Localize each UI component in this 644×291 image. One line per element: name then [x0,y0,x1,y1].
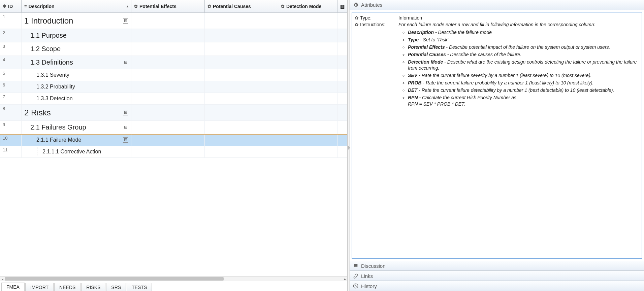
cell-eff[interactable] [131,93,205,104]
collapse-button[interactable]: ⊟ [123,60,128,65]
table-row[interactable]: 102.1.1 Failure Mode⊟ [0,134,347,146]
instruction-item: Potential Causes - Describe the causes o… [408,51,639,58]
scroll-thumb[interactable] [5,277,224,281]
collapse-button[interactable]: ⊟ [123,137,128,143]
cell-det[interactable] [278,29,338,42]
row-id: 5 [0,69,22,81]
row-description-cell[interactable]: 1.3.3 Detection [22,93,131,104]
cell-det[interactable] [278,121,338,134]
row-description-cell[interactable]: 2 Risks⊟ [22,105,131,120]
row-description-cell[interactable]: 1.2 Scope [22,42,131,56]
sheet-tabs: FMEAIMPORTNEEDSRISKSSRSTESTS [0,281,347,291]
instruction-item: Detection Mode - Describe what are the e… [408,59,639,72]
table-row[interactable]: 11 Introduction⊟ [0,13,347,29]
table-row[interactable]: 71.3.3 Detection [0,93,347,105]
table-row[interactable]: 82 Risks⊟ [0,105,347,121]
instruction-item: Type - Set to "Risk" [408,37,639,43]
table-row[interactable]: 92.1 Failures Group⊟ [0,121,347,134]
row-id: 4 [0,56,22,69]
cell-cau[interactable] [205,13,278,29]
vertical-splitter[interactable] [348,0,350,291]
cell-det[interactable] [278,42,338,56]
cell-eff[interactable] [131,121,205,134]
link-icon [353,273,358,279]
instruction-item: SEV - Rate the current failure severity … [408,72,639,79]
cell-cau[interactable] [205,105,278,120]
tab-fmea[interactable]: FMEA [1,283,25,291]
tab-srs[interactable]: SRS [106,283,126,291]
row-description-cell[interactable]: 2.1.1.1 Corrective Action [22,146,131,157]
collapse-button[interactable]: ⊟ [123,110,128,115]
row-description-text: 1.3.2 Probability [36,84,128,90]
column-header-effects-label: Potential Effects [139,4,176,9]
accordion-discussion-header[interactable]: Discussion [350,261,644,271]
cell-eff[interactable] [131,42,205,56]
column-header-id[interactable]: ✱ ID [0,0,22,12]
cell-eff[interactable] [131,146,205,157]
horizontal-scrollbar[interactable]: ◂ ▸ [0,276,347,281]
tab-risks[interactable]: RISKS [81,283,105,291]
tab-tests[interactable]: TESTS [127,283,152,291]
cell-det[interactable] [278,105,338,120]
gear-icon: ✿ [355,22,359,27]
row-description-cell[interactable]: 2.1 Failures Group⊟ [22,121,131,134]
table-row[interactable]: 51.3.1 Severity [0,69,347,81]
cell-eff[interactable] [131,69,205,81]
accordion-history-header[interactable]: History [350,281,644,291]
column-header-potential-causes[interactable]: ✿ Potential Causes [205,0,278,12]
cell-sp [338,56,347,69]
cell-det[interactable] [278,81,338,93]
cell-eff[interactable] [131,81,205,93]
accordion-links-label: Links [361,273,373,279]
tab-needs[interactable]: NEEDS [54,283,80,291]
row-description-cell[interactable]: 1 Introduction⊟ [22,13,131,29]
cell-cau[interactable] [205,93,278,104]
table-row[interactable]: 41.3 Definitions⊟ [0,56,347,69]
column-header-detection-mode[interactable]: ✿ Detection Mode [278,0,337,12]
cell-det[interactable] [278,93,338,104]
row-description-cell[interactable]: 1.3.1 Severity [22,69,131,81]
cell-det[interactable] [278,69,338,81]
row-description-cell[interactable]: 1.1 Purpose [22,29,131,42]
cell-eff[interactable] [131,134,205,146]
collapse-button[interactable]: ⊟ [123,18,128,24]
accordion-links-header[interactable]: Links [350,271,644,281]
instruction-item: RPN - Calculate the current Risk Priorit… [408,95,639,107]
history-icon [353,283,358,289]
row-description-cell[interactable]: 1.3.2 Probability [22,81,131,93]
table-row[interactable]: 31.2 Scope [0,42,347,56]
column-header-potential-effects[interactable]: ✿ Potential Effects [131,0,205,12]
cell-cau[interactable] [205,134,278,146]
cell-eff[interactable] [131,29,205,42]
column-picker-button[interactable]: ▥ [337,0,347,12]
cell-cau[interactable] [205,56,278,69]
cell-cau[interactable] [205,29,278,42]
collapse-button[interactable]: ⊟ [123,125,128,130]
cell-det[interactable] [278,146,338,157]
tab-import[interactable]: IMPORT [25,283,54,291]
accordion-history-label: History [361,283,377,289]
column-header-description[interactable]: ≡ Description ▴ [22,0,131,12]
scroll-left-icon[interactable]: ◂ [0,277,5,281]
cell-cau[interactable] [205,121,278,134]
cell-det[interactable] [278,134,338,146]
cell-cau[interactable] [205,146,278,157]
cell-det[interactable] [278,56,338,69]
table-row[interactable]: 61.3.2 Probability [0,81,347,93]
cell-eff[interactable] [131,56,205,69]
scroll-right-icon[interactable]: ▸ [343,277,347,281]
accordion-attributes-header[interactable]: Attributes [350,0,644,10]
grid-body[interactable]: 11 Introduction⊟21.1 Purpose31.2 Scope41… [0,13,347,276]
table-row[interactable]: 112.1.1.1 Corrective Action [0,146,347,158]
table-row[interactable]: 21.1 Purpose [0,29,347,42]
cell-eff[interactable] [131,105,205,120]
cell-sp [338,105,347,120]
cell-cau[interactable] [205,42,278,56]
row-description-cell[interactable]: 1.3 Definitions⊟ [22,56,131,69]
cell-eff[interactable] [131,13,205,29]
cell-sp [338,29,347,42]
cell-cau[interactable] [205,69,278,81]
cell-cau[interactable] [205,81,278,93]
row-description-cell[interactable]: 2.1.1 Failure Mode⊟ [22,134,131,146]
cell-det[interactable] [278,13,338,29]
